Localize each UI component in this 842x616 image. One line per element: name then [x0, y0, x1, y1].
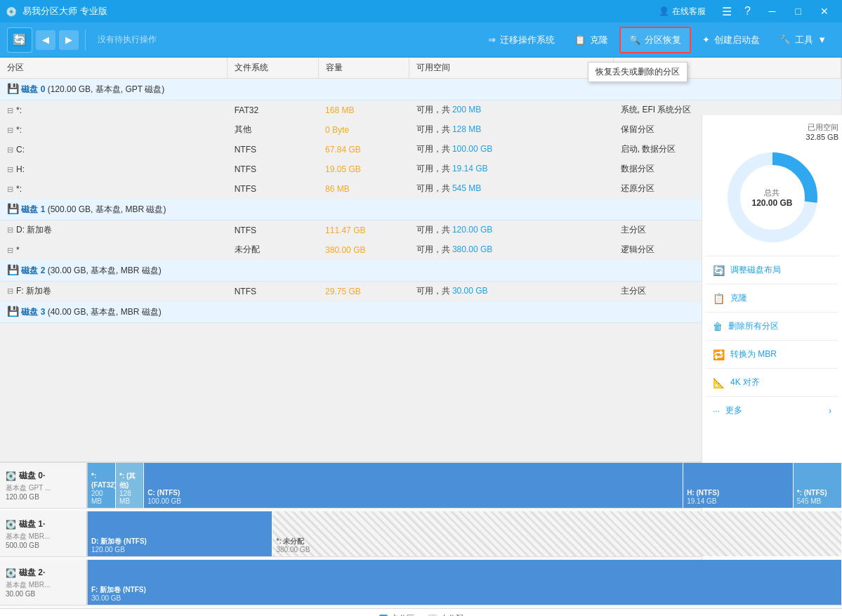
- quick-action-convert[interactable]: 🔁转换为 MBR: [706, 343, 838, 366]
- partition-fs: NTFS: [228, 159, 318, 179]
- no-operation-label: 没有待执行操作: [92, 34, 162, 46]
- partition-block[interactable]: *: (FAT32) 200 MB: [88, 463, 116, 508]
- partition-name: ⊟H:: [0, 159, 228, 179]
- window-controls: ─ □ ✕: [760, 0, 836, 22]
- col-header-size: 容量: [318, 58, 409, 79]
- partition-block[interactable]: *: 未分配 380.00 GB: [272, 511, 842, 556]
- close-button[interactable]: ✕: [812, 0, 836, 22]
- disk-visual-parts: F: 新加卷 (NTFS) 30.00 GB: [88, 560, 842, 605]
- partition-block-label: *: (NTFS): [797, 488, 838, 497]
- minimize-button[interactable]: ─: [760, 0, 784, 22]
- partition-fs: FAT32: [228, 100, 318, 120]
- disk-visual-size: 30.00 GB: [6, 590, 81, 598]
- back-button[interactable]: ◀: [36, 30, 55, 50]
- migrate-icon: ⇒: [488, 34, 496, 45]
- partition-block-size: 380.00 GB: [276, 546, 838, 553]
- partition-avail: 可用，共 120.00 GB: [409, 221, 614, 240]
- bottom-panel: 💽 磁盘 0· 基本盘 GPT ... 120.00 GB *: (FAT32)…: [0, 461, 842, 616]
- action-icon-convert: 🔁: [713, 349, 725, 360]
- partition-avail: 可用，共 30.00 GB: [409, 282, 614, 301]
- disk-hdd-icon: 💽: [6, 520, 16, 530]
- quick-action-clone[interactable]: 📋克隆: [706, 287, 838, 310]
- partition-block-label: *: (其他): [119, 471, 140, 490]
- disk-visual-name: 💽 磁盘 1·: [6, 518, 81, 530]
- partition-fs: NTFS: [228, 140, 318, 159]
- help-icon[interactable]: ?: [741, 5, 754, 18]
- maximize-button[interactable]: □: [786, 0, 810, 22]
- divider-qa-1: [706, 312, 838, 313]
- disk-usage-chart: 总共 120.00 GB: [723, 148, 822, 247]
- disk-visual-label: 💽 磁盘 0· 基本盘 GPT ... 120.00 GB: [0, 463, 88, 508]
- disk-visual-label: 💽 磁盘 1· 基本盘 MBR... 500.00 GB: [0, 511, 88, 556]
- partition-block[interactable]: F: 新加卷 (NTFS) 30.00 GB: [88, 560, 842, 605]
- partition-recovery-button[interactable]: 🔍 分区恢复: [619, 27, 691, 53]
- partition-block-size: 200 MB: [91, 490, 112, 505]
- disk-visual-name: 💽 磁盘 2·: [6, 567, 81, 579]
- disk-visual-sub: 基本盘 GPT ...: [6, 483, 81, 493]
- divider-qa-4: [706, 396, 838, 397]
- divider-1: [706, 256, 838, 256]
- forward-button[interactable]: ▶: [59, 30, 79, 50]
- used-space-value: 32.85 GB: [706, 133, 838, 141]
- tools-icon: 🔧: [779, 34, 791, 45]
- partition-name: ⊟D: 新加卷: [0, 221, 228, 240]
- partition-name: ⊟*: [0, 240, 228, 260]
- partition-block[interactable]: *: (NTFS) 545 MB: [794, 463, 842, 508]
- partition-block[interactable]: H: (NTFS) 19.14 GB: [683, 463, 794, 508]
- disk-hdd-icon: 💽: [6, 568, 16, 578]
- partition-block-size: 30.00 GB: [91, 594, 838, 602]
- partition-name: ⊟*:: [0, 100, 228, 120]
- clone-icon: 📋: [574, 34, 586, 45]
- partition-block-label: F: 新加卷 (NTFS): [91, 585, 838, 594]
- partition-name: ⊟*:: [0, 179, 228, 199]
- quick-action-align4k[interactable]: 📐4K 对齐: [706, 371, 838, 394]
- partition-fs: 未分配: [228, 240, 318, 260]
- boot-icon: ✦: [702, 34, 710, 45]
- partition-block-label: C: (NTFS): [147, 488, 679, 497]
- action-icon-adjust: 🔄: [713, 265, 725, 276]
- disk-visual-sub: 基本盘 MBR...: [6, 532, 81, 542]
- disk-visual-row: 💽 磁盘 2· 基本盘 MBR... 30.00 GB F: 新加卷 (NTFS…: [0, 560, 842, 605]
- partition-avail: 可用，共 545 MB: [409, 179, 614, 199]
- disk-visual-size: 120.00 GB: [6, 493, 81, 501]
- partition-fs: 其他: [228, 120, 318, 140]
- partition-name: ⊟F: 新加卷: [0, 282, 228, 301]
- col-header-filesystem: 文件系统: [228, 58, 318, 79]
- divider-qa-0: [706, 284, 838, 284]
- action-icon-delete: 🗑: [713, 321, 723, 332]
- partition-size: 86 MB: [318, 179, 409, 199]
- quick-action-adjust[interactable]: 🔄调整磁盘布局: [706, 258, 838, 282]
- create-boot-button[interactable]: ✦ 创建启动盘: [694, 27, 768, 53]
- partition-name: ⊟C:: [0, 140, 228, 159]
- divider-qa-2: [706, 340, 838, 341]
- separator: [85, 30, 86, 51]
- menu-icon[interactable]: ☰: [718, 5, 735, 18]
- tools-chevron-icon: ▼: [817, 34, 827, 45]
- partition-block-label: *: 未分配: [276, 537, 838, 546]
- disk-hdd-icon: 💽: [6, 471, 16, 481]
- disk-visual-row: 💽 磁盘 1· 基本盘 MBR... 500.00 GB D: 新加卷 (NTF…: [0, 511, 842, 557]
- partition-block[interactable]: D: 新加卷 (NTFS) 120.00 GB: [88, 511, 272, 556]
- disk-visual-size: 500.00 GB: [6, 542, 81, 549]
- toolbar-left: 🔄 ◀ ▶ 没有待执行操作: [7, 27, 162, 53]
- tools-button[interactable]: 🔧 工具 ▼: [771, 27, 835, 53]
- partition-fs: NTFS: [228, 282, 318, 301]
- clone-button[interactable]: 📋 克隆: [566, 27, 617, 53]
- migrate-button[interactable]: ⇒ 迁移操作系统: [480, 27, 563, 53]
- online-service[interactable]: 👤 在线客服: [659, 6, 706, 18]
- disk-visual-parts: D: 新加卷 (NTFS) 120.00 GB *: 未分配 380.00 GB: [88, 511, 842, 556]
- partition-block[interactable]: C: (NTFS) 100.00 GB: [144, 463, 683, 508]
- legend-bar: 主分区 未分配: [0, 608, 842, 616]
- quick-action-delete[interactable]: 🗑删除所有分区: [706, 315, 838, 338]
- partition-block[interactable]: *: (其他) 128 MB: [116, 463, 144, 508]
- action-icon-align4k: 📐: [713, 377, 725, 388]
- toolbar: 🔄 ◀ ▶ 没有待执行操作 ⇒ 迁移操作系统 📋 克隆 🔍 分区恢复 ✦ 创建启…: [0, 22, 842, 58]
- disk-visual-parts: *: (FAT32) 200 MB *: (其他) 128 MB C: (NTF…: [88, 463, 842, 508]
- refresh-button[interactable]: 🔄: [7, 27, 32, 53]
- toolbar-right: ⇒ 迁移操作系统 📋 克隆 🔍 分区恢复 ✦ 创建启动盘 🔧 工具 ▼: [480, 27, 835, 53]
- partition-avail: 可用，共 128 MB: [409, 120, 614, 140]
- partition-fs: NTFS: [228, 221, 318, 240]
- partition-block-size: 100.00 GB: [147, 497, 679, 505]
- table-header-row: 分区 文件系统 容量 可用空间 类型: [0, 58, 841, 79]
- quick-action-more[interactable]: ···更多›: [706, 399, 838, 422]
